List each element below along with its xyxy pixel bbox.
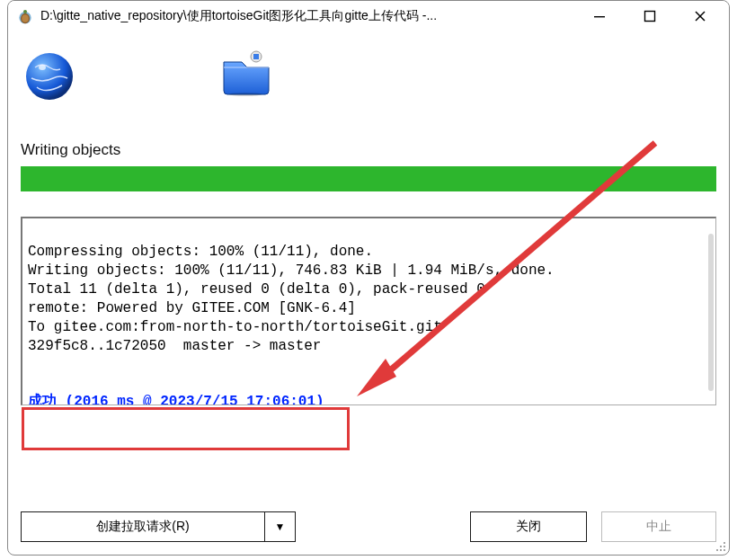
create-pull-request-button[interactable]: 创建拉取请求(R) [21, 511, 265, 542]
svg-point-20 [724, 549, 725, 551]
console-line: 329f5c8..1c72050 master -> master [28, 338, 321, 354]
app-window: D:\gitte_native_repository\使用tortoiseGit… [7, 0, 730, 556]
minimize-button[interactable] [574, 1, 625, 31]
console-line: Compressing objects: 100% (11/11), done. [28, 244, 373, 260]
client-area: Writing objects Compressing objects: 100… [8, 31, 729, 555]
svg-point-16 [720, 546, 722, 547]
svg-rect-4 [594, 16, 605, 17]
globe-icon [24, 51, 75, 102]
svg-point-3 [23, 10, 27, 13]
console-success-line: 成功 (2016 ms @ 2023/7/15 17:06:01) [28, 393, 324, 405]
svg-point-8 [26, 53, 73, 100]
console-output[interactable]: Compressing objects: 100% (11/11), done.… [21, 217, 716, 405]
svg-point-17 [724, 546, 725, 547]
button-row: 创建拉取请求(R) ▼ 关闭 中止 [21, 511, 716, 542]
console-line: To gitee.com:from-north-to-north/tortois… [28, 319, 442, 335]
maximize-button[interactable] [625, 1, 675, 31]
svg-point-2 [22, 14, 29, 22]
close-window-button[interactable] [675, 1, 725, 31]
console-line: Writing objects: 100% (11/11), 746.83 Ki… [28, 262, 555, 279]
resize-grip-icon[interactable] [713, 538, 727, 553]
svg-rect-11 [253, 54, 259, 59]
svg-point-19 [720, 549, 722, 551]
icon-row [21, 44, 716, 123]
svg-point-15 [724, 542, 725, 544]
window-controls [574, 1, 725, 31]
window-title: D:\gitte_native_repository\使用tortoiseGit… [40, 8, 437, 24]
pull-request-dropdown-button[interactable]: ▼ [265, 511, 296, 542]
scrollbar-thumb[interactable] [708, 234, 714, 391]
stop-button: 中止 [601, 511, 716, 542]
svg-point-12 [229, 93, 262, 96]
tortoisegit-app-icon [15, 6, 35, 26]
title-bar: D:\gitte_native_repository\使用tortoiseGit… [8, 1, 729, 31]
console-line: remote: Powered by GITEE.COM [GNK-6.4] [28, 300, 356, 316]
folder-transfer-icon [220, 49, 272, 96]
svg-point-9 [39, 65, 46, 70]
console-line: Total 11 (delta 1), reused 0 (delta 0), … [28, 281, 485, 298]
pull-request-split-button: 创建拉取请求(R) ▼ [21, 511, 296, 542]
stage-label: Writing objects [21, 141, 716, 159]
svg-rect-5 [645, 11, 655, 21]
close-button[interactable]: 关闭 [470, 511, 587, 542]
progress-bar [21, 166, 716, 191]
svg-point-18 [716, 549, 718, 551]
chevron-down-icon: ▼ [275, 520, 286, 533]
